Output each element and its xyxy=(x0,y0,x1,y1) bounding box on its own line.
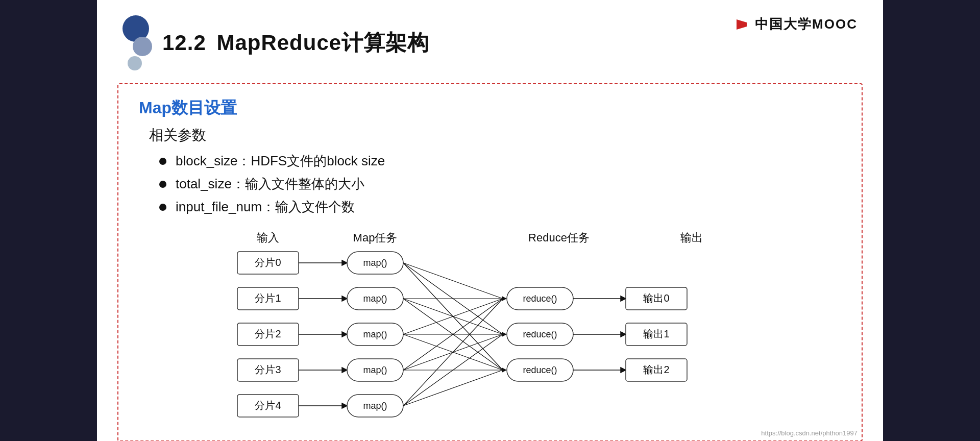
svg-text:map(): map() xyxy=(363,329,387,339)
svg-marker-60 xyxy=(621,296,626,301)
title-name: MapReduce计算架构 xyxy=(216,31,429,55)
section-title: Map数目设置 xyxy=(139,97,841,119)
svg-text:输出0: 输出0 xyxy=(643,292,669,304)
reduce-output-arrows xyxy=(573,296,626,373)
input-map-arrows xyxy=(299,260,347,408)
bullet-dot xyxy=(159,204,166,211)
svg-marker-52 xyxy=(502,368,507,373)
slide-title: 12.2 MapReduce计算架构 xyxy=(162,29,429,57)
svg-marker-0 xyxy=(737,19,747,30)
reduce-group: reduce() reduce() reduce() xyxy=(507,287,573,381)
svg-marker-51 xyxy=(502,332,507,337)
output-group: 输出0 输出1 输出2 xyxy=(626,287,687,381)
diagram-svg: 输入 Map任务 Reduce任务 输出 xyxy=(222,226,758,425)
reduce-arrowheads xyxy=(502,296,507,373)
watermark: https://blog.csdn.net/phthon1997 xyxy=(761,429,857,437)
svg-marker-22 xyxy=(342,368,347,373)
list-item: total_size：输入文件整体的大小 xyxy=(159,175,841,193)
bg-left xyxy=(0,0,97,441)
svg-text:输出2: 输出2 xyxy=(643,364,669,375)
svg-text:map(): map() xyxy=(363,401,387,411)
svg-text:输出1: 输出1 xyxy=(643,328,669,339)
sub-title: 相关参数 xyxy=(149,126,841,145)
svg-text:分片1: 分片1 xyxy=(255,292,281,304)
svg-line-47 xyxy=(403,299,503,406)
diagram-svg-container: 输入 Map任务 Reduce任务 输出 xyxy=(139,226,841,425)
bullet-text-2: total_size：输入文件整体的大小 xyxy=(176,175,364,193)
svg-marker-62 xyxy=(621,332,626,337)
svg-text:分片0: 分片0 xyxy=(255,257,281,268)
svg-text:reduce(): reduce() xyxy=(523,365,557,375)
svg-marker-20 xyxy=(342,332,347,337)
content-box: Map数目设置 相关参数 block_size：HDFS文件的block siz… xyxy=(117,83,863,441)
map-reduce-arrows xyxy=(403,263,503,406)
bullet-dot xyxy=(159,181,166,188)
svg-text:输出: 输出 xyxy=(680,231,703,244)
list-item: block_size：HDFS文件的block size xyxy=(159,152,841,170)
svg-text:Reduce任务: Reduce任务 xyxy=(528,231,590,244)
svg-text:Map任务: Map任务 xyxy=(353,231,398,244)
list-item: input_file_num：输入文件个数 xyxy=(159,198,841,216)
title-number: 12.2 xyxy=(162,31,206,55)
svg-text:reduce(): reduce() xyxy=(523,293,557,304)
svg-marker-64 xyxy=(621,368,626,373)
bg-right xyxy=(883,0,980,441)
bullet-text-3: input_file_num：输入文件个数 xyxy=(176,198,355,216)
slide-header: 12.2 MapReduce计算架构 中国大学MOOC xyxy=(97,0,883,78)
bullet-dot xyxy=(159,158,166,165)
mooc-text: 中国大学MOOC xyxy=(755,15,857,33)
input-group: 分片0 分片1 分片2 分片3 分片4 xyxy=(237,252,299,417)
map-group: map() map() map() map() xyxy=(347,252,403,417)
flag-svg xyxy=(737,17,751,32)
header-decoration xyxy=(122,15,152,70)
diagram: 输入 Map任务 Reduce任务 输出 xyxy=(139,226,841,425)
svg-text:分片4: 分片4 xyxy=(255,400,281,411)
deco-circle-mid xyxy=(133,37,152,56)
mooc-flag-icon xyxy=(737,17,751,32)
mooc-logo: 中国大学MOOC xyxy=(737,15,857,33)
svg-line-49 xyxy=(403,370,503,406)
svg-text:分片2: 分片2 xyxy=(255,328,281,339)
bullet-text-1: block_size：HDFS文件的block size xyxy=(176,152,385,170)
svg-text:分片3: 分片3 xyxy=(255,364,281,375)
bullet-list: block_size：HDFS文件的block size total_size：… xyxy=(159,152,841,216)
slide: 12.2 MapReduce计算架构 中国大学MOOC Map数目设置 相关参数 xyxy=(97,0,883,441)
svg-text:输入: 输入 xyxy=(257,231,279,244)
svg-text:map(): map() xyxy=(363,293,387,304)
svg-text:map(): map() xyxy=(363,258,387,268)
svg-text:reduce(): reduce() xyxy=(523,329,557,339)
svg-marker-24 xyxy=(342,403,347,408)
svg-marker-18 xyxy=(342,296,347,301)
screen: 12.2 MapReduce计算架构 中国大学MOOC Map数目设置 相关参数 xyxy=(0,0,980,441)
svg-marker-16 xyxy=(342,260,347,265)
svg-text:map(): map() xyxy=(363,365,387,375)
svg-marker-50 xyxy=(502,296,507,301)
deco-circle-small xyxy=(128,56,142,70)
svg-line-35 xyxy=(403,263,503,299)
